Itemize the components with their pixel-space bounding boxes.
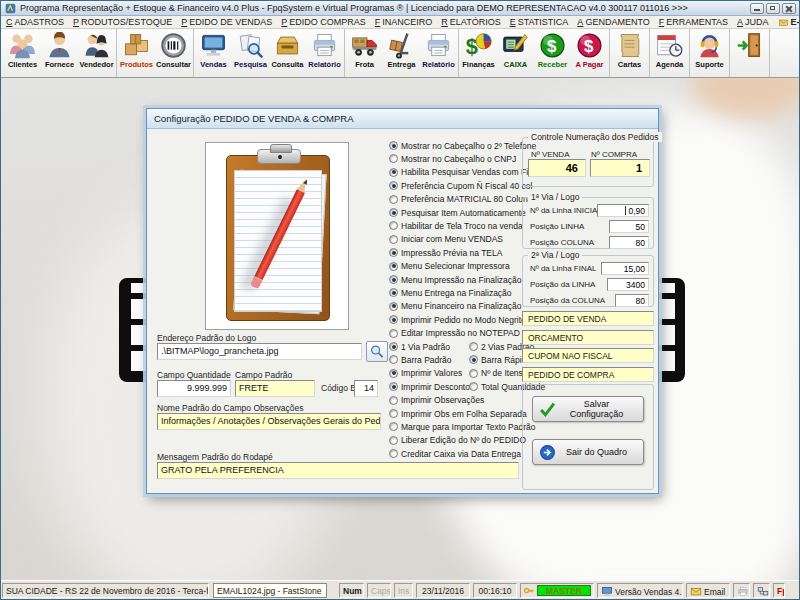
- campo-padrao-field[interactable]: FRETE: [235, 380, 315, 397]
- menu-pedido-de-vendas[interactable]: PEDIDO DE VENDAS: [181, 17, 272, 27]
- via1-row-field[interactable]: 50: [609, 220, 649, 233]
- option-imprimir-valores[interactable]: Imprimir Valores: [389, 367, 462, 380]
- radio-icon[interactable]: [389, 369, 398, 378]
- radio-icon[interactable]: [389, 436, 398, 445]
- venda-number-field[interactable]: 46: [528, 159, 586, 177]
- radio-icon[interactable]: [469, 355, 478, 364]
- radio-icon[interactable]: [389, 141, 398, 150]
- restore-button[interactable]: [766, 3, 780, 14]
- radio-icon[interactable]: [389, 248, 398, 257]
- option-marque-para-importar-texto-pad[interactable]: Marque para Importar Texto Padrão: [389, 420, 536, 433]
- radio-icon[interactable]: [389, 235, 398, 244]
- option-editar-impress-o-no-notepad[interactable]: Editar Impressão no NOTEPAD: [389, 327, 520, 340]
- toolbar-button-clientes[interactable]: Clientes: [4, 29, 41, 77]
- via2-row-field[interactable]: 15,00: [601, 262, 649, 275]
- toolbar-button-suporte[interactable]: Suporte: [691, 29, 728, 77]
- option-barra-padr-o[interactable]: Barra Padrão: [389, 353, 452, 366]
- logo-path-field[interactable]: .\BITMAP\logo_prancheta.jpg: [157, 343, 362, 360]
- doc-field-orcamento[interactable]: ORCAMENTO: [522, 330, 654, 345]
- toolbar-button-caixa[interactable]: CAIXA: [497, 29, 534, 77]
- radio-icon[interactable]: [469, 369, 478, 378]
- menu-ajuda[interactable]: AJUDA: [737, 17, 769, 27]
- radio-icon[interactable]: [389, 382, 398, 391]
- radio-icon[interactable]: [389, 168, 398, 177]
- option-mostrar-no-cabe-alho-o-cnpj[interactable]: Mostrar no Cabeçalho o CNPJ: [389, 152, 516, 165]
- option-imprimir-obs-em-folha-separada[interactable]: Imprimir Obs em Folha Separada: [389, 407, 527, 420]
- via1-row-field[interactable]: 80: [609, 236, 649, 249]
- option-mostrar-no-cabe-alho-o-2-telef[interactable]: Mostrar no Cabeçalho o 2º Telefone: [389, 139, 536, 152]
- via1-row-field[interactable]: 0,90: [597, 204, 649, 217]
- menu-ferramentas[interactable]: FERRAMENTAS: [659, 17, 728, 27]
- radio-icon[interactable]: [389, 409, 398, 418]
- option-1-via-padr-o[interactable]: 1 Via Padrão: [389, 340, 450, 353]
- menu-produtos-estoque[interactable]: PRODUTOS/ESTOQUE: [73, 17, 172, 27]
- toolbar-button-relat-rio[interactable]: Relatório: [420, 29, 457, 77]
- radio-icon[interactable]: [389, 221, 398, 230]
- radio-icon[interactable]: [389, 315, 398, 324]
- radio-icon[interactable]: [469, 342, 478, 351]
- radio-icon[interactable]: [389, 195, 398, 204]
- radio-icon[interactable]: [389, 275, 398, 284]
- close-button[interactable]: [782, 3, 796, 14]
- compra-number-field[interactable]: 1: [590, 159, 650, 177]
- toolbar-button-consultar[interactable]: Consultar: [155, 29, 192, 77]
- doc-field-cupom-nao-fiscal[interactable]: CUPOM NAO FISCAL: [522, 348, 654, 363]
- option-menu-financeiro-na-finaliza-o[interactable]: Menu Financeiro na Finalização: [389, 300, 521, 313]
- toolbar-button-a-pagar[interactable]: $A Pagar: [571, 29, 608, 77]
- doc-field-pedido-de-venda[interactable]: PEDIDO DE VENDA: [522, 311, 654, 326]
- browse-logo-button[interactable]: [366, 341, 388, 362]
- radio-icon[interactable]: [469, 382, 478, 391]
- radio-icon[interactable]: [389, 449, 398, 458]
- footer-field[interactable]: GRATO PELA PREFERENCIA: [157, 462, 519, 479]
- option-imprimir-descontos[interactable]: Imprimir Descontos: [389, 380, 474, 393]
- radio-icon[interactable]: [389, 355, 398, 364]
- menu-email[interactable]: E-MAIL: [778, 17, 800, 27]
- toolbar-button-pesquisa[interactable]: Pesquisa: [232, 29, 269, 77]
- toolbar-button-consulta[interactable]: Consulta: [269, 29, 306, 77]
- option-n-de-itens[interactable]: Nº de Itens: [469, 367, 523, 380]
- toolbar-button-finan-as[interactable]: $Finanças: [460, 29, 497, 77]
- toolbar-button-entrega[interactable]: Entrega: [383, 29, 420, 77]
- radio-icon[interactable]: [389, 208, 398, 217]
- option-iniciar-com-menu-vendas[interactable]: Iniciar com Menu VENDAS: [389, 233, 503, 246]
- menu-estatistica[interactable]: ESTATISTICA: [510, 17, 569, 27]
- toolbar-button-produtos[interactable]: Produtos: [118, 29, 155, 77]
- minimize-button[interactable]: [750, 3, 764, 14]
- radio-icon[interactable]: [389, 288, 398, 297]
- doc-field-pedido-de-compra[interactable]: PEDIDO DE COMPRA: [522, 367, 654, 382]
- barcode-field[interactable]: 14: [354, 380, 378, 397]
- status-network[interactable]: [753, 583, 770, 598]
- toolbar-button-receber[interactable]: $Receber: [534, 29, 571, 77]
- radio-icon[interactable]: [389, 181, 398, 190]
- via2-row-field[interactable]: 80: [615, 294, 649, 307]
- toolbar-button-vendas[interactable]: Vendas: [195, 29, 232, 77]
- status-printer[interactable]: [733, 583, 750, 598]
- radio-icon[interactable]: [389, 154, 398, 163]
- option-imprimir-observa-es[interactable]: Imprimir Observações: [389, 394, 484, 407]
- radio-icon[interactable]: [389, 329, 398, 338]
- status-email[interactable]: Email: [686, 583, 730, 598]
- radio-icon[interactable]: [389, 422, 398, 431]
- option-liberar-edi-o-do-n-do-pedido[interactable]: Liberar Edição do Nº do PEDIDO: [389, 434, 526, 447]
- radio-icon[interactable]: [389, 302, 398, 311]
- option-creditar-caixa-via-data-entreg[interactable]: Creditar Caixa via Data Entrega: [389, 447, 521, 460]
- radio-icon[interactable]: [389, 342, 398, 351]
- menu-pedido-compras[interactable]: PEDIDO COMPRAS: [281, 17, 366, 27]
- toolbar-button-cartas[interactable]: Cartas: [611, 29, 648, 77]
- option-habilita-pesquisar-vendas-com-[interactable]: Habilita Pesquisar Vendas com Filtro: [389, 166, 540, 179]
- qty-field[interactable]: 9.999.999: [157, 380, 231, 397]
- option-imprimir-pedido-no-modo-negrit[interactable]: Imprimir Pedido no Modo Negrito: [389, 313, 526, 326]
- toolbar-button-relat-rio[interactable]: Relatório: [306, 29, 343, 77]
- save-config-button[interactable]: Salvar Configuração: [532, 396, 644, 422]
- toolbar-button-frota[interactable]: Frota: [346, 29, 383, 77]
- option-pesquisar-item-automaticamente[interactable]: Pesquisar Item Automaticamente: [389, 206, 526, 219]
- option-prefer-ncia-cupom-fiscal-40-co[interactable]: Preferência Cupom Ñ Fiscal 40 col: [389, 179, 532, 192]
- option-menu-entrega-na-finaliza-o[interactable]: Menu Entrega na Finalização: [389, 286, 512, 299]
- radio-icon[interactable]: [389, 396, 398, 405]
- option-menu-impress-o-na-finaliza-o[interactable]: Menu Impressão na Finalização: [389, 273, 521, 286]
- toolbar-button-fornece[interactable]: Fornece: [41, 29, 78, 77]
- menu-cadastros[interactable]: CADASTROS: [6, 17, 64, 27]
- radio-icon[interactable]: [389, 262, 398, 271]
- obs-field[interactable]: Informações / Anotações / Observações Ge…: [157, 413, 381, 430]
- menu-relat-rios[interactable]: RELATÓRIOS: [441, 17, 500, 27]
